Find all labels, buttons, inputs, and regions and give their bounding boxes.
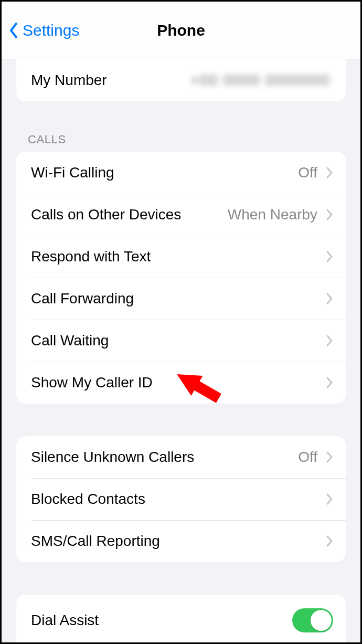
blocked-contacts-label: Blocked Contacts <box>31 491 145 508</box>
toggle-knob-icon <box>311 610 332 631</box>
dial-assist-toggle[interactable] <box>292 608 333 632</box>
blocked-contacts-row[interactable]: Blocked Contacts <box>16 478 346 520</box>
show-my-caller-id-label: Show My Caller ID <box>31 374 153 391</box>
misc-group: Silence Unknown Callers Off Blocked Cont… <box>16 436 346 562</box>
call-waiting-label: Call Waiting <box>31 332 109 349</box>
dial-assist-label: Dial Assist <box>31 612 99 629</box>
wifi-calling-label: Wi-Fi Calling <box>31 164 114 181</box>
sms-call-reporting-label: SMS/Call Reporting <box>31 533 160 550</box>
back-label: Settings <box>23 22 79 39</box>
wifi-calling-value: Off <box>298 164 321 181</box>
silence-unknown-row[interactable]: Silence Unknown Callers Off <box>16 436 346 478</box>
chevron-right-icon <box>326 493 333 505</box>
sms-call-reporting-row[interactable]: SMS/Call Reporting <box>16 520 346 562</box>
chevron-right-icon <box>326 535 333 547</box>
chevron-right-icon <box>326 250 333 263</box>
chevron-right-icon <box>326 451 333 463</box>
back-button[interactable]: Settings <box>9 22 79 39</box>
my-number-row[interactable]: My Number +00 0000 0000000 <box>16 59 346 101</box>
call-forwarding-label: Call Forwarding <box>31 290 134 307</box>
my-number-value: +00 0000 0000000 <box>190 72 333 89</box>
wifi-calling-row[interactable]: Wi-Fi Calling Off <box>16 152 346 194</box>
respond-with-text-row[interactable]: Respond with Text <box>16 236 346 278</box>
page-title: Phone <box>157 22 205 39</box>
chevron-right-icon <box>326 208 333 221</box>
navigation-bar: Settings Phone <box>2 2 360 59</box>
calls-other-devices-label: Calls on Other Devices <box>31 206 181 223</box>
call-waiting-row[interactable]: Call Waiting <box>16 320 346 362</box>
chevron-right-icon <box>326 376 333 389</box>
my-number-group: My Number +00 0000 0000000 <box>16 59 346 101</box>
my-number-label: My Number <box>31 72 107 89</box>
chevron-right-icon <box>326 334 333 347</box>
dial-assist-row: Dial Assist <box>16 595 346 644</box>
show-my-caller-id-row[interactable]: Show My Caller ID <box>16 362 346 404</box>
respond-with-text-label: Respond with Text <box>31 248 151 265</box>
dial-assist-group: Dial Assist <box>16 595 346 644</box>
chevron-left-icon <box>9 23 18 38</box>
calls-section-header: CALLS <box>28 133 360 146</box>
calls-group: Wi-Fi Calling Off Calls on Other Devices… <box>16 152 346 404</box>
chevron-right-icon <box>326 166 333 179</box>
silence-unknown-value: Off <box>298 449 321 466</box>
chevron-right-icon <box>326 292 333 305</box>
call-forwarding-row[interactable]: Call Forwarding <box>16 278 346 320</box>
calls-other-devices-row[interactable]: Calls on Other Devices When Nearby <box>16 194 346 236</box>
silence-unknown-label: Silence Unknown Callers <box>31 449 194 466</box>
calls-other-devices-value: When Nearby <box>228 206 321 223</box>
